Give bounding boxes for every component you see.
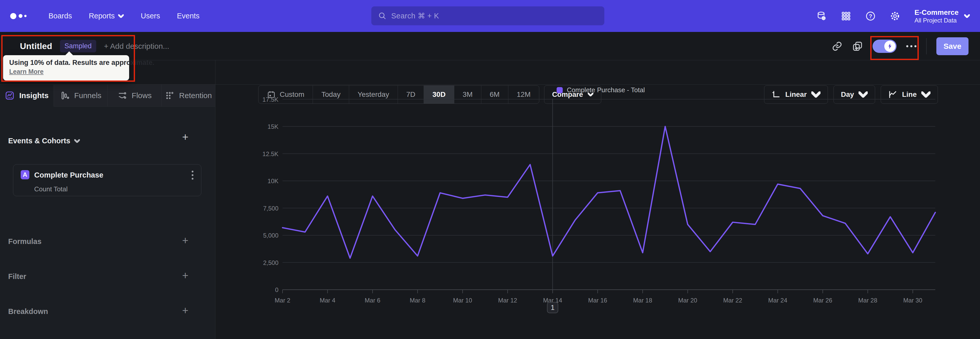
report-type-tabs: Insights Funnels Flows Re [0, 84, 215, 107]
x-axis-tick-label: Mar 22 [723, 297, 742, 304]
add-formula-button[interactable]: + [180, 235, 190, 246]
nav-item-label: Reports [89, 12, 115, 20]
chart-panel: CustomTodayYesterday7D30D3M6M12M Compare… [215, 60, 980, 339]
svg-text:?: ? [869, 13, 872, 19]
apps-grid-icon[interactable] [841, 11, 851, 21]
learn-more-link[interactable]: Learn More [9, 68, 44, 75]
nav-item-users[interactable]: Users [141, 12, 160, 20]
nav-item-label: Users [141, 12, 160, 20]
x-axis-tick-label: Mar 26 [813, 297, 832, 304]
x-axis-tick-label: Mar 8 [410, 297, 425, 304]
tooltip-text: Using 10% of data. Results are approxima… [9, 59, 123, 67]
nav-item-boards[interactable]: Boards [48, 12, 72, 20]
y-axis-tick-label: 15K [267, 123, 278, 130]
x-axis-tick-label: Mar 28 [858, 297, 877, 304]
section-breakdown: Breakdown [8, 307, 200, 318]
flows-icon [118, 91, 127, 101]
project-selector[interactable]: E-Commerce All Project Data [915, 8, 970, 24]
x-axis-tick-label: Mar 20 [678, 297, 697, 304]
tab-label: Flows [132, 91, 151, 100]
help-icon[interactable]: ? [865, 11, 876, 21]
tab-funnels[interactable]: Funnels [54, 85, 108, 107]
y-axis-tick-label: 10K [267, 177, 278, 184]
top-navbar: BoardsReportsUsersEvents Search ⌘ + K [0, 0, 980, 32]
tab-flows[interactable]: Flows [108, 85, 162, 107]
section-filter: Filter [8, 272, 200, 283]
share-link-icon[interactable] [832, 41, 842, 51]
event-name[interactable]: Complete Purchase [34, 171, 103, 179]
y-axis-tick-label: 12.5K [262, 150, 278, 157]
report-header: Untitled Sampled + Add description... [0, 32, 980, 60]
events-cohorts-header[interactable]: Events & Cohorts [8, 137, 80, 145]
x-axis-tick-label: Mar 30 [903, 297, 922, 304]
sampling-tooltip: Using 10% of data. Results are approxima… [3, 55, 129, 80]
event-metric[interactable]: Count Total [34, 185, 68, 193]
x-axis-tick-label: Mar 10 [453, 297, 472, 304]
add-description-button[interactable]: + Add description... [104, 42, 169, 51]
x-axis-tick-label: Mar 18 [633, 297, 652, 304]
report-actions: Save [832, 32, 969, 60]
nav-item-reports[interactable]: Reports [89, 12, 124, 20]
add-breakdown-button[interactable]: + [180, 305, 190, 316]
header-divider [926, 38, 927, 54]
data-management-icon[interactable] [816, 11, 827, 21]
sampled-badge[interactable]: Sampled [60, 40, 97, 52]
save-button[interactable]: Save [936, 37, 969, 55]
series-letter-badge: A [21, 170, 29, 179]
chevron-down-icon [964, 14, 970, 18]
project-name: E-Commerce [915, 8, 959, 17]
sampling-toggle[interactable] [873, 40, 897, 53]
lightning-bolt-icon [886, 43, 893, 50]
nav-item-label: Events [177, 12, 200, 20]
settings-gear-icon[interactable] [890, 11, 900, 21]
formulas-label: Formulas [8, 237, 41, 246]
event-options-button[interactable] [192, 171, 193, 179]
nav-item-events[interactable]: Events [177, 12, 200, 20]
x-axis-tick-label: Mar 12 [498, 297, 517, 304]
tab-retention[interactable]: Retention [162, 85, 215, 107]
mixpanel-logo-icon[interactable] [10, 13, 38, 19]
navbar-right: ? E-Commerce All Project Data [816, 0, 970, 32]
y-axis-tick-label: 5,000 [263, 232, 278, 239]
add-filter-button[interactable]: + [180, 270, 190, 281]
report-title[interactable]: Untitled [20, 41, 52, 51]
events-cohorts-label: Events & Cohorts [8, 137, 70, 145]
x-axis-tick-label: Mar 24 [768, 297, 788, 304]
search-icon [378, 11, 387, 20]
query-sidebar: Insights Funnels Flows Re [0, 60, 215, 339]
toggle-knob [884, 41, 896, 52]
data-series-line[interactable] [283, 126, 935, 258]
x-axis-tick-label: Mar 4 [320, 297, 335, 304]
tab-insights[interactable]: Insights [0, 85, 54, 107]
add-event-button[interactable]: + [180, 132, 190, 142]
x-axis-tick-label: Mar 16 [588, 297, 607, 304]
x-axis-tick-label: Mar 6 [365, 297, 380, 304]
x-axis-tick-label: Mar 2 [275, 297, 290, 304]
y-axis-tick-label: 2,500 [263, 259, 278, 266]
insights-icon [5, 91, 14, 101]
project-scope: All Project Data [915, 17, 959, 24]
main-nav: BoardsReportsUsersEvents [48, 12, 200, 20]
copy-duplicate-icon[interactable] [852, 41, 863, 51]
chevron-down-icon [118, 14, 124, 18]
event-card[interactable]: A Complete Purchase Count Total [13, 164, 201, 196]
insights-report-app: BoardsReportsUsersEvents Search ⌘ + K [0, 0, 980, 339]
filter-label: Filter [8, 272, 26, 280]
chevron-down-icon [74, 139, 80, 143]
breakdown-label: Breakdown [8, 307, 48, 315]
tab-label: Retention [179, 91, 212, 100]
nav-item-label: Boards [48, 12, 72, 20]
annotation-badge-label: 1 [551, 304, 555, 312]
tab-label: Funnels [74, 91, 102, 100]
tab-label: Insights [19, 91, 48, 100]
y-axis-tick-label: 0 [275, 286, 278, 293]
search-input[interactable]: Search ⌘ + K [371, 6, 605, 25]
section-formulas: Formulas [8, 237, 200, 248]
funnels-icon [60, 91, 70, 101]
y-axis-tick-label: 17.5K [262, 96, 278, 103]
search-placeholder: Search ⌘ + K [391, 11, 439, 20]
sidebar-body: Events & Cohorts + A Complete Purchase C… [0, 107, 215, 339]
more-menu-button[interactable] [906, 45, 916, 47]
line-chart[interactable]: 02,5005,0007,50010K12.5K15K17.5KMar 2Mar… [215, 60, 980, 339]
y-axis-tick-label: 7,500 [263, 205, 278, 212]
